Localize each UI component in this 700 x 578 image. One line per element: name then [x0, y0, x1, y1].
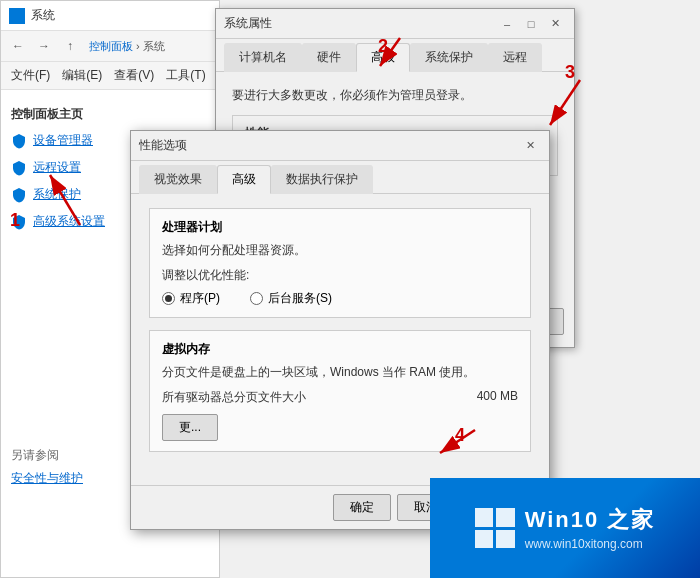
up-btn[interactable]: ↑ [59, 35, 81, 57]
shield-icon-devices [11, 133, 27, 149]
menu-bar: 文件(F) 编辑(E) 查看(V) 工具(T) [1, 62, 219, 90]
proc-desc: 选择如何分配处理器资源。 [162, 242, 518, 259]
system-icon [9, 8, 25, 24]
processor-section: 处理器计划 选择如何分配处理器资源。 调整以优化性能: 程序(P) 后台服务(S… [149, 208, 531, 318]
perf-tab-bar: 视觉效果 高级 数据执行保护 [131, 161, 549, 194]
perf-window-controls: ✕ [519, 138, 541, 154]
win10-icon [475, 508, 515, 548]
radio-program-circle [162, 292, 175, 305]
sidebar-item-label-remote: 远程设置 [33, 159, 81, 176]
perf-close-btn[interactable]: ✕ [519, 138, 541, 154]
virt-total-row: 所有驱动器总分页文件大小 400 MB [162, 389, 518, 406]
system-titlebar: 系统 [1, 1, 219, 31]
minimize-btn[interactable]: – [496, 16, 518, 32]
tab-remote[interactable]: 远程 [488, 43, 542, 72]
sysprop-titlebar: 系统属性 – □ ✕ [216, 9, 574, 39]
window-controls: – □ ✕ [496, 16, 566, 32]
win10-main-text: Win10 之家 [525, 505, 656, 535]
virt-desc: 分页文件是硬盘上的一块区域，Windows 当作 RAM 使用。 [162, 364, 518, 381]
radio-program[interactable]: 程序(P) [162, 290, 220, 307]
proc-title: 处理器计划 [162, 219, 518, 236]
virtual-mem-section: 虚拟内存 分页文件是硬盘上的一块区域，Windows 当作 RAM 使用。 所有… [149, 330, 531, 452]
tab-hardware[interactable]: 硬件 [302, 43, 356, 72]
sysprop-tab-bar: 计算机名 硬件 高级 系统保护 远程 [216, 39, 574, 72]
back-btn[interactable]: ← [7, 35, 29, 57]
virt-title: 虚拟内存 [162, 341, 518, 358]
perf-tab-visual[interactable]: 视觉效果 [139, 165, 217, 194]
ok-btn[interactable]: 确定 [333, 494, 391, 521]
close-btn[interactable]: ✕ [544, 16, 566, 32]
win10-square-1 [475, 508, 494, 527]
shield-icon-remote [11, 160, 27, 176]
breadcrumb: 控制面板 › 系统 [89, 39, 165, 54]
perf-tab-dep[interactable]: 数据执行保护 [271, 165, 373, 194]
perf-title: 性能选项 [139, 137, 187, 154]
tab-advanced[interactable]: 高级 [356, 43, 410, 72]
maximize-btn[interactable]: □ [520, 16, 542, 32]
radio-program-label: 程序(P) [180, 290, 220, 307]
sidebar-item-label-devices: 设备管理器 [33, 132, 93, 149]
virt-total-label: 所有驱动器总分页文件大小 [162, 389, 306, 406]
nav-bar: ← → ↑ 控制面板 › 系统 [1, 31, 219, 62]
perf-dialog: 性能选项 ✕ 视觉效果 高级 数据执行保护 处理器计划 选择如何分配处理器资源。… [130, 130, 550, 530]
perf-titlebar: 性能选项 ✕ [131, 131, 549, 161]
perf-content: 处理器计划 选择如何分配处理器资源。 调整以优化性能: 程序(P) 后台服务(S… [131, 194, 549, 466]
win10-square-2 [496, 508, 515, 527]
shield-icon-protection [11, 187, 27, 203]
perf-tab-advanced[interactable]: 高级 [217, 165, 271, 194]
win10-square-3 [475, 530, 494, 549]
radio-background-circle [250, 292, 263, 305]
admin-note: 要进行大多数更改，你必须作为管理员登录。 [232, 86, 558, 105]
sysprop-title: 系统属性 [224, 15, 272, 32]
proc-adjust: 调整以优化性能: [162, 267, 518, 284]
win10-watermark: Win10 之家 www.win10xitong.com [430, 478, 700, 578]
radio-background[interactable]: 后台服务(S) [250, 290, 332, 307]
sidebar-item-label-protection: 系统保护 [33, 186, 81, 203]
win10-square-4 [496, 530, 515, 549]
sidebar-main-title: 控制面板主页 [1, 98, 219, 127]
system-title: 系统 [31, 7, 55, 24]
forward-btn[interactable]: → [33, 35, 55, 57]
menu-view[interactable]: 查看(V) [110, 65, 158, 86]
radio-group: 程序(P) 后台服务(S) [162, 290, 518, 307]
shield-icon-advanced [11, 214, 27, 230]
virt-change-btn[interactable]: 更... [162, 414, 218, 441]
win10-subtitle: www.win10xitong.com [525, 537, 656, 551]
menu-tools[interactable]: 工具(T) [162, 65, 209, 86]
radio-background-label: 后台服务(S) [268, 290, 332, 307]
win10-logo: Win10 之家 www.win10xitong.com [475, 505, 656, 551]
tab-computername[interactable]: 计算机名 [224, 43, 302, 72]
sidebar-item-label-advanced: 高级系统设置 [33, 213, 105, 230]
virt-total-value: 400 MB [477, 389, 518, 406]
win10-text-block: Win10 之家 www.win10xitong.com [525, 505, 656, 551]
menu-edit[interactable]: 编辑(E) [58, 65, 106, 86]
tab-sysprotection[interactable]: 系统保护 [410, 43, 488, 72]
menu-file[interactable]: 文件(F) [7, 65, 54, 86]
